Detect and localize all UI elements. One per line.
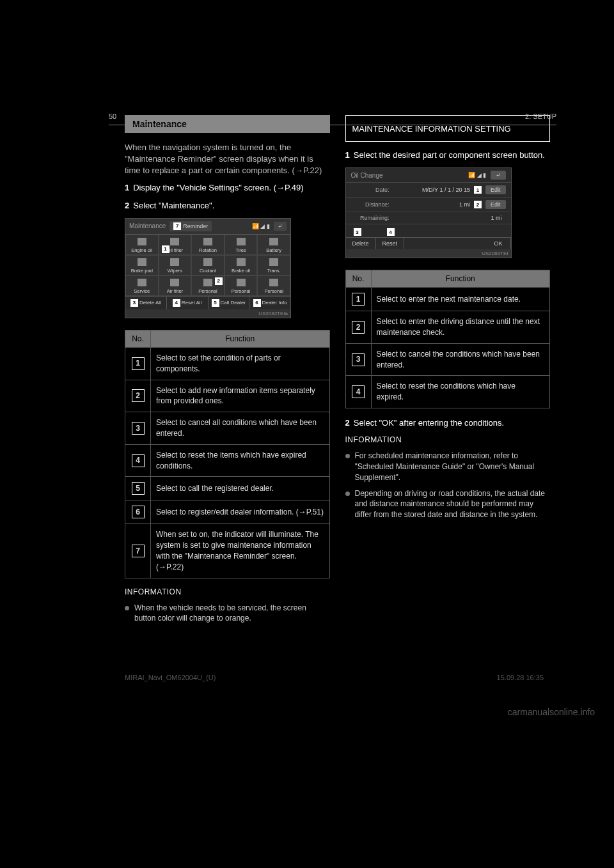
grid-personal-2[interactable]: Personal	[224, 275, 258, 296]
service-icon	[138, 279, 146, 286]
trans-icon	[269, 258, 278, 266]
scr2-id: US2083TEI	[346, 249, 511, 258]
air-filter-icon	[170, 279, 179, 286]
grid-brake-pad[interactable]: Brake pad	[125, 255, 159, 275]
reset-all-button[interactable]: 4Reset All	[167, 297, 209, 309]
left-column: Maintenance When the navigation system i…	[125, 115, 330, 629]
grid-brake-oil[interactable]: Brake oil	[224, 255, 258, 275]
table-header-fn: Function	[371, 270, 550, 288]
scr2-title: Oil Change	[351, 172, 383, 179]
reset-button[interactable]: Reset	[376, 238, 405, 249]
table-row: 4Select to reset the conditions which ha…	[345, 376, 550, 408]
step-number: 2	[125, 200, 129, 212]
signal-icon: 📶 ◢ ▮	[468, 172, 486, 178]
num-box: 2	[132, 389, 145, 402]
fn-cell: Select to reset the conditions which hav…	[371, 376, 550, 408]
delete-all-button[interactable]: 3Delete All	[125, 297, 167, 309]
ok-button[interactable]: OK	[486, 238, 510, 249]
grid-wipers[interactable]: Wipers	[159, 255, 192, 275]
table-row: 3Select to cancel the conditions which h…	[345, 343, 550, 376]
step-number: 1	[125, 182, 129, 194]
table-row: 2Select to add new information items sep…	[125, 380, 330, 412]
brake-oil-icon	[237, 258, 246, 266]
delete-button[interactable]: Delete	[346, 238, 376, 249]
table-row: 3Select to cancel all conditions which h…	[125, 412, 330, 445]
watermark: carmanualsonline.info	[0, 681, 614, 730]
grid-personal-1[interactable]: 2 Personal	[191, 275, 224, 296]
step-1-right: 1 Select the desired part or component s…	[345, 150, 551, 161]
grid-battery[interactable]: Battery	[257, 235, 290, 255]
back-button[interactable]: ⤶	[491, 171, 506, 180]
personal-icon	[203, 279, 212, 286]
fn-cell: Select to enter the next maintenance dat…	[371, 288, 550, 311]
table-row: 5Select to call the registered dealer.	[125, 477, 330, 500]
information-heading-right: INFORMATION	[345, 435, 551, 444]
maintenance-screenshot: Maintenance 7 Reminder 📶 ◢ ▮ ⤶ Engine oi…	[125, 218, 291, 318]
coolant-icon	[203, 258, 212, 266]
step-text: Display the "Vehicle Settings" screen. (…	[133, 182, 303, 194]
num-box: 3	[132, 422, 145, 435]
edit-distance-button[interactable]: Edit	[485, 200, 506, 209]
personal-icon	[237, 279, 246, 286]
personal-icon	[269, 279, 278, 286]
bullet-icon	[345, 454, 350, 458]
signal-icon: 📶 ◢ ▮	[252, 223, 270, 229]
fn-cell: Select to cancel the conditions which ha…	[371, 343, 550, 376]
grid-tires[interactable]: Tires	[224, 235, 258, 255]
bullet-icon	[125, 606, 129, 610]
remaining-label: Remaining:	[351, 215, 390, 221]
back-button[interactable]: ⤶	[274, 222, 287, 231]
num-box: 2	[352, 321, 365, 334]
callout-3: 3	[130, 299, 138, 307]
grid-rotation[interactable]: Rotation	[191, 235, 224, 255]
scr-footer-bar: 3Delete All 4Reset All 5Call Dealer 6Dea…	[125, 296, 290, 309]
dealer-info-button[interactable]: 6Dealer Info	[249, 297, 290, 309]
grid-oil-filter[interactable]: 1 Oil filter	[159, 235, 192, 255]
grid-engine-oil[interactable]: Engine oil	[125, 235, 159, 255]
section-title: 2. SETUP	[525, 112, 556, 120]
call-dealer-button[interactable]: 5Call Dealer	[209, 297, 250, 309]
page-header: 50 2. SETUP	[109, 112, 556, 120]
grid-trans[interactable]: Trans.	[257, 255, 290, 275]
information-heading: INFORMATION	[125, 587, 330, 596]
fn-cell: Select to enter the driving distance unt…	[371, 311, 550, 344]
grid-personal-3[interactable]: Personal	[257, 275, 290, 296]
scr-id: US2082TEIa	[125, 309, 290, 318]
callout-5: 5	[212, 299, 219, 307]
table-row: 2Select to enter the driving distance un…	[345, 311, 550, 344]
info-text: Depending on driving or road conditions,…	[355, 488, 551, 520]
right-column: MAINTENANCE INFORMATION SETTING 1 Select…	[345, 115, 551, 629]
maintenance-grid: Engine oil 1 Oil filter Rotation Tires B…	[125, 235, 290, 296]
num-box: 3	[352, 353, 365, 366]
function-table-right: No. Function 1Select to enter the next m…	[345, 270, 551, 408]
step-text: Select "OK" after entering the condition…	[354, 417, 504, 429]
num-box: 1	[132, 357, 145, 370]
brake-pad-icon	[138, 258, 146, 266]
num-box: 5	[132, 482, 145, 495]
grid-service[interactable]: Service	[125, 275, 159, 296]
edit-date-button[interactable]: Edit	[485, 185, 506, 194]
table-row: 7When set to on, the indicator will illu…	[125, 524, 330, 578]
step-2: 2 Select "Maintenance".	[125, 200, 330, 212]
doc-id: MIRAI_Navi_OM62004U_(U)	[125, 674, 216, 681]
table-header-fn: Function	[151, 330, 330, 347]
distance-value: 1 mi	[397, 201, 474, 208]
callout-7: 7	[173, 222, 181, 230]
step-text: Select "Maintenance".	[133, 200, 214, 212]
reminder-label: Reminder	[183, 223, 208, 229]
grid-air-filter[interactable]: Air filter	[159, 275, 192, 296]
intro-text: When the navigation system is turned on,…	[125, 142, 330, 177]
fn-cell: Select to add new information items sepa…	[151, 380, 330, 412]
remaining-value: 1 mi	[397, 215, 506, 221]
step-number: 2	[345, 417, 350, 429]
info-bullet: For scheduled maintenance information, r…	[345, 451, 551, 483]
num-box: 7	[132, 545, 145, 557]
step-1: 1 Display the "Vehicle Settings" screen.…	[125, 182, 330, 194]
table-header-no: No.	[345, 270, 371, 288]
grid-coolant[interactable]: Coolant	[191, 255, 224, 275]
function-table-left: No. Function 1Select to set the conditio…	[125, 330, 330, 578]
rotation-icon	[203, 238, 212, 245]
oil-filter-icon	[170, 238, 179, 245]
remaining-row: Remaining: 1 mi	[346, 212, 511, 224]
reminder-button[interactable]: 7 Reminder	[169, 221, 212, 231]
